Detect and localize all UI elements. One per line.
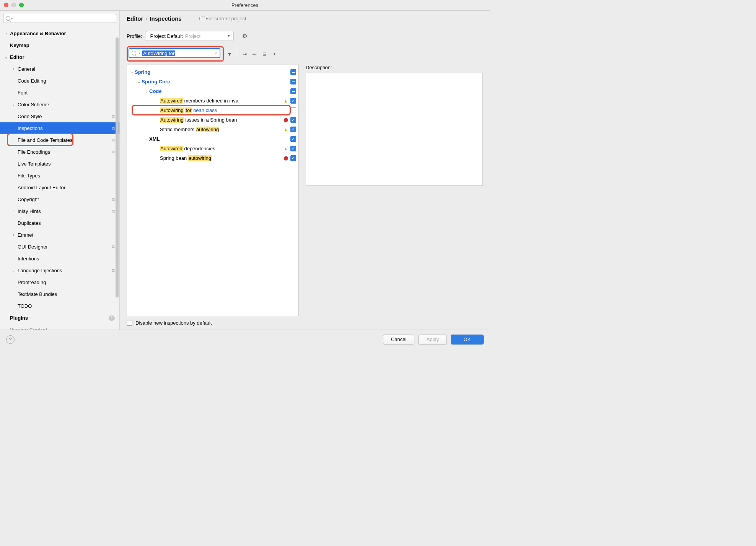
profile-row: Profile: Project Default Project ▼ ⚙	[127, 31, 483, 41]
sidebar-item-keymap[interactable]: Keymap	[0, 39, 119, 51]
sidebar-item-file-encodings[interactable]: File Encodings⧉	[0, 146, 119, 158]
row-controls	[290, 69, 296, 75]
description-label: Description:	[306, 65, 483, 70]
inspection-row[interactable]: ⌄Spring Core	[127, 77, 298, 86]
sidebar-item-file-and-code-templates[interactable]: File and Code Templates⧉	[0, 134, 119, 146]
gear-icon[interactable]: ⚙	[242, 32, 247, 39]
sidebar-item-inspections[interactable]: Inspections⧉	[0, 122, 119, 134]
sidebar-item-textmate-bundles[interactable]: TextMate Bundles	[0, 288, 119, 300]
sidebar-item-copyright[interactable]: ›Copyright⧉	[0, 193, 119, 205]
titlebar: Preferences	[0, 0, 490, 11]
sidebar-item-label: Intentions	[18, 256, 39, 262]
breadcrumb-editor[interactable]: Editor	[127, 15, 143, 22]
filter-icon[interactable]: ▼	[225, 50, 234, 58]
sidebar-item-label: GUI Designer	[18, 244, 48, 250]
sidebar-item-intentions[interactable]: Intentions	[0, 253, 119, 265]
inspection-checkbox[interactable]: ✓	[290, 117, 296, 123]
error-icon: ⬤	[284, 156, 288, 161]
apply-button[interactable]: Apply	[418, 335, 447, 344]
inspection-checkbox[interactable]: ✓	[290, 155, 296, 161]
ok-button[interactable]: OK	[451, 335, 484, 344]
row-controls	[290, 79, 296, 84]
inspection-checkbox[interactable]	[290, 88, 296, 94]
fullscreen-window-icon[interactable]	[19, 3, 24, 7]
inspection-row[interactable]: Static members autowiring▲✓	[127, 125, 298, 134]
inspection-label: Spring bean autowiring	[160, 155, 212, 161]
sidebar-item-gui-designer[interactable]: GUI Designer⧉	[0, 241, 119, 253]
add-icon[interactable]: ＋	[270, 50, 279, 58]
sidebar-item-duplicates[interactable]: Duplicates	[0, 217, 119, 229]
description-column: Description:	[306, 65, 483, 316]
sidebar-item-plugins[interactable]: Plugins1	[0, 312, 119, 324]
inspection-checkbox[interactable]	[290, 107, 296, 113]
collapse-all-icon[interactable]: ⇤	[250, 50, 259, 58]
sidebar-item-todo[interactable]: TODO	[0, 300, 119, 312]
inspection-checkbox[interactable]: ✓	[290, 136, 296, 142]
inspection-row[interactable]: Spring bean autowiring⬤✓	[127, 153, 298, 163]
sidebar-item-editor[interactable]: ⌄Editor	[0, 51, 119, 63]
window-controls	[4, 3, 24, 7]
sidebar-item-android-layout-editor[interactable]: Android Layout Editor	[0, 182, 119, 193]
sidebar-item-label: Plugins	[10, 315, 28, 321]
sidebar-item-color-scheme[interactable]: ›Color Scheme	[0, 99, 119, 110]
project-scope-icon: ⧉	[112, 114, 115, 119]
disable-new-checkbox[interactable]	[127, 320, 132, 326]
sidebar-item-appearance-behavior[interactable]: ›Appearance & Behavior	[0, 28, 119, 39]
sidebar-item-general[interactable]: ›General	[0, 63, 119, 75]
inspection-row[interactable]: Autowiring for bean class	[127, 106, 298, 115]
inspection-row[interactable]: ⌄Code	[127, 86, 298, 96]
search-icon	[6, 16, 10, 21]
sidebar-item-label: Inlay Hints	[18, 208, 41, 214]
clear-search-icon[interactable]: ×	[214, 50, 217, 56]
sidebar-item-proofreading[interactable]: ›Proofreading	[0, 276, 119, 288]
inspection-checkbox[interactable]: ✓	[290, 127, 296, 132]
expand-all-icon[interactable]: ⇥	[240, 50, 249, 58]
sidebar-item-label: TODO	[18, 303, 32, 309]
remove-icon[interactable]: －	[280, 50, 288, 58]
inspection-row[interactable]: Autowired members defined in inva▲✓	[127, 96, 298, 106]
sidebar-item-font[interactable]: Font	[0, 87, 119, 99]
project-scope-icon: ⧉	[112, 138, 115, 143]
cancel-button[interactable]: Cancel	[383, 335, 414, 344]
project-scope-icon	[199, 17, 203, 20]
chevron-right-icon: ›	[11, 233, 16, 237]
sidebar-search-input[interactable]: ▾	[3, 14, 116, 23]
inspection-checkbox[interactable]: ✓	[290, 98, 296, 104]
cancel-label: Cancel	[391, 336, 406, 342]
chevron-down-icon: ⌄	[136, 80, 142, 84]
inspection-row[interactable]: Autowiring issues in a Spring bean⬤✓	[127, 115, 298, 125]
inspection-checkbox[interactable]: ✓	[290, 146, 296, 151]
sidebar-item-label: TextMate Bundles	[18, 291, 57, 297]
sidebar-item-inlay-hints[interactable]: ›Inlay Hints⧉	[0, 205, 119, 217]
sidebar-item-version-control[interactable]: ›Version Control	[0, 324, 119, 330]
breadcrumb: Editor › Inspections For current project	[127, 15, 483, 22]
sidebar-item-code-style[interactable]: ›Code Style⧉	[0, 110, 119, 122]
sidebar-scrollbar[interactable]	[116, 37, 119, 297]
inspection-row[interactable]: Autowired dependencies▲✓	[127, 144, 298, 153]
chevron-down-icon: ▼	[227, 34, 231, 38]
inspection-tree[interactable]: ⌄Spring⌄Spring Core⌄CodeAutowired member…	[127, 65, 299, 316]
sidebar-item-live-templates[interactable]: Live Templates	[0, 158, 119, 170]
close-window-icon[interactable]	[4, 3, 8, 7]
reset-icon[interactable]: ⊟	[260, 50, 269, 58]
search-history-icon[interactable]: ▾	[11, 17, 13, 20]
inspection-label: Static members autowiring	[160, 127, 219, 132]
inspection-row[interactable]: ⌄XML✓	[127, 134, 298, 144]
profile-select[interactable]: Project Default Project ▼	[146, 31, 234, 41]
sidebar-item-file-types[interactable]: File Types	[0, 170, 119, 182]
warning-icon: ▲	[284, 98, 288, 104]
search-history-icon[interactable]: ▾	[139, 52, 140, 55]
inspection-checkbox[interactable]	[290, 69, 296, 75]
inspection-search-input[interactable]: ▾ AutoWiring for ×	[129, 48, 220, 58]
sidebar-item-emmet[interactable]: ›Emmet	[0, 229, 119, 241]
sidebar-item-label: File Types	[18, 173, 40, 179]
sidebar-item-language-injections[interactable]: ›Language Injections⧉	[0, 265, 119, 276]
inspection-checkbox[interactable]	[290, 79, 296, 84]
sidebar-item-label: Copyright	[18, 197, 39, 202]
sidebar-item-label: File Encodings	[18, 149, 50, 155]
help-icon[interactable]: ?	[6, 335, 15, 344]
inspection-row[interactable]: ⌄Spring	[127, 67, 298, 77]
scope-note-text: For current project	[205, 16, 246, 21]
minimize-window-icon	[11, 3, 16, 7]
sidebar-item-code-editing[interactable]: Code Editing	[0, 75, 119, 87]
